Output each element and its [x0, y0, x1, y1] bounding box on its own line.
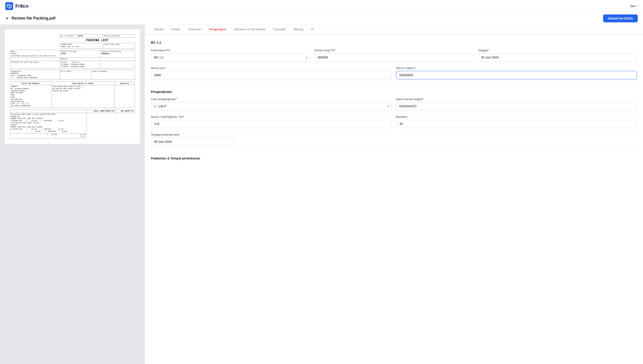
pelabuhan-section-title: Pelabuhan & Tempat penimbunan	[151, 156, 637, 160]
user-menu[interactable]: Oni ▾	[630, 4, 638, 8]
tanggal-perkiraan-input[interactable]	[151, 138, 234, 146]
tanggal-label: Tanggal*	[478, 48, 637, 52]
tab-pengangkut[interactable]: Pengangkut	[205, 24, 230, 34]
tab-transaksi[interactable]: Transaksi	[269, 24, 290, 34]
main-layout: No. of Invoice 123456 Section Code BJK2 …	[0, 24, 643, 364]
logo-text: Fr8co	[15, 3, 29, 9]
nomor-tutup-pu-input[interactable]	[314, 53, 473, 62]
form-content: BC 1.1 Kode tutup PU* BC 1.1 ▾ Nomor tut…	[145, 34, 643, 166]
cara-pengangkutan-wrapper: 1 - LAUT 2 - UDARA 3 - DARAT ▾	[151, 102, 392, 110]
nomor-subpos-group: Nomor subpos*	[396, 66, 637, 79]
top-nav: Fr8co Oni ▾	[0, 0, 643, 12]
logo: Fr8co	[5, 2, 29, 10]
tab-pi[interactable]: Pi	[307, 24, 318, 34]
pengangkutan-title: Pengangkutan	[151, 90, 637, 94]
pengangkutan-row-3: Tanggal perkiraan tiba*	[151, 133, 637, 146]
tabs-bar: Header Entitas Dokumen Pengangkut Kemasa…	[145, 24, 643, 34]
kode-tutup-pu-select[interactable]: BC 1.1	[151, 53, 310, 62]
pdf-panel: No. of Invoice 123456 Section Code BJK2 …	[0, 24, 145, 364]
nomor-pos-input[interactable]	[151, 71, 392, 79]
bendera-input[interactable]	[396, 120, 637, 128]
kode-tutup-pu-wrapper: BC 1.1 ▾	[151, 53, 310, 62]
cara-pengangkutan-select[interactable]: 1 - LAUT 2 - UDARA 3 - DARAT	[151, 102, 392, 110]
tab-barang[interactable]: Barang	[290, 24, 307, 34]
bendera-label: Bendera*	[396, 115, 637, 118]
tab-kemasan[interactable]: Kemasan & Peti Kemas	[230, 24, 269, 34]
nomor-tutup-pu-label: Nomor tutup PU*	[314, 48, 473, 52]
tanggal-group: Tanggal*	[478, 48, 637, 62]
nomor-voy-input[interactable]	[151, 120, 392, 128]
nomor-pos-group: Nomor pos*	[151, 66, 392, 79]
cara-pengangkutan-group: Cara pengangkutan* 1 - LAUT 2 - UDARA 3 …	[151, 98, 392, 110]
tab-header[interactable]: Header	[150, 24, 167, 34]
kode-tutup-pu-group: Kode tutup PU* BC 1.1 ▾	[151, 48, 310, 62]
logo-icon	[5, 2, 13, 10]
right-panel: Header Entitas Dokumen Pengangkut Kemasa…	[145, 24, 643, 364]
tanggal-perkiraan-group: Tanggal perkiraan tiba*	[151, 133, 234, 146]
nama-sarana-group: Nama sarana angkut*	[396, 98, 637, 110]
bendera-group: Bendera*	[396, 115, 637, 128]
pdf-page: No. of Invoice 123456 Section Code BJK2 …	[5, 29, 140, 144]
sub-header: ✕ Review file Packing.pdf Submit ke CEIS…	[0, 12, 643, 24]
kode-tutup-pu-label: Kode tutup PU*	[151, 48, 310, 52]
tanggal-input[interactable]	[478, 53, 637, 62]
pengangkutan-row-2: Nomor Voy/Flight/No. Pol* Bendera*	[151, 115, 637, 128]
cara-pengangkutan-label: Cara pengangkutan*	[151, 98, 392, 101]
nomor-subpos-label: Nomor subpos*	[396, 66, 637, 70]
nomor-voy-group: Nomor Voy/Flight/No. Pol*	[151, 115, 392, 128]
nama-sarana-input[interactable]	[396, 102, 637, 110]
chevron-down-icon: ▾	[636, 4, 638, 8]
bc-row-1: Kode tutup PU* BC 1.1 ▾ Nomor tutup PU* …	[151, 48, 637, 62]
close-button[interactable]: ✕	[5, 16, 9, 21]
divider-1	[151, 84, 637, 85]
page-title: Review file Packing.pdf	[12, 16, 56, 20]
bc-row-2: Nomor pos* Nomor subpos*	[151, 66, 637, 79]
pengangkutan-row-1: Cara pengangkutan* 1 - LAUT 2 - UDARA 3 …	[151, 98, 637, 110]
nomor-voy-label: Nomor Voy/Flight/No. Pol*	[151, 115, 392, 118]
submit-ceisa-button[interactable]: Submit ke CEISA	[603, 14, 638, 22]
user-name: Oni	[630, 4, 635, 8]
nomor-subpos-input[interactable]	[396, 71, 637, 79]
nama-sarana-label: Nama sarana angkut*	[396, 98, 637, 101]
tanggal-perkiraan-label: Tanggal perkiraan tiba*	[151, 133, 234, 136]
sub-header-left: ✕ Review file Packing.pdf	[5, 16, 56, 21]
tab-entitas[interactable]: Entitas	[167, 24, 184, 34]
nomor-tutup-pu-group: Nomor tutup PU*	[314, 48, 473, 62]
bc-section-title: BC 1.1	[151, 40, 637, 44]
nomor-pos-label: Nomor pos*	[151, 66, 392, 70]
divider-2	[151, 151, 637, 151]
tab-dokumen[interactable]: Dokumen	[185, 24, 205, 34]
